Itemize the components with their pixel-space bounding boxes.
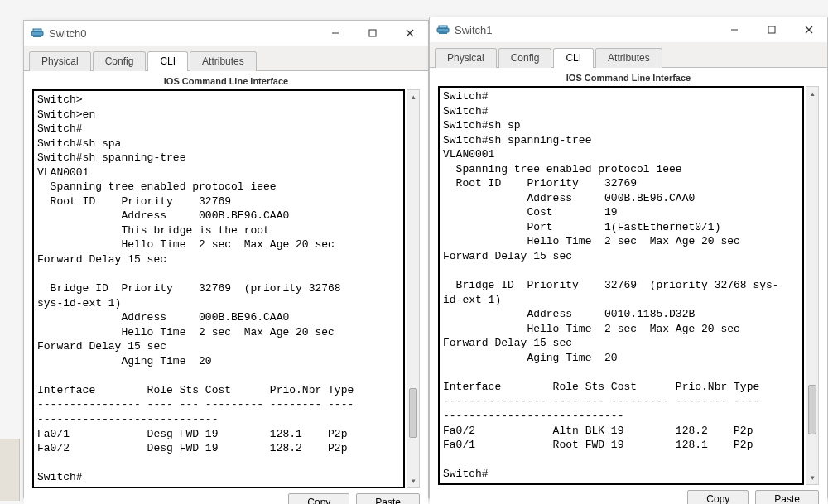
- minimize-button[interactable]: [316, 21, 354, 46]
- tab-cli[interactable]: CLI: [553, 48, 594, 68]
- window-switch1: Switch1 Physical Config CLI Attributes I…: [429, 17, 828, 498]
- titlebar[interactable]: Switch1: [430, 17, 827, 42]
- tab-physical[interactable]: Physical: [29, 51, 91, 71]
- scroll-up-icon[interactable]: ▴: [407, 90, 419, 103]
- svg-rect-2: [33, 36, 41, 37]
- svg-rect-8: [439, 26, 447, 28]
- close-button[interactable]: [391, 21, 428, 46]
- paste-button[interactable]: Paste: [755, 490, 819, 504]
- scroll-up-icon[interactable]: ▴: [806, 87, 818, 100]
- cli-subtitle: IOS Command Line Interface: [430, 68, 827, 86]
- window-title: Switch1: [455, 24, 493, 36]
- maximize-button[interactable]: [753, 17, 790, 42]
- scroll-down-icon[interactable]: ▾: [407, 474, 419, 487]
- app-icon: [31, 26, 44, 40]
- svg-rect-1: [33, 29, 41, 31]
- app-icon: [436, 23, 450, 36]
- copy-button[interactable]: Copy: [687, 490, 749, 504]
- tab-physical[interactable]: Physical: [435, 48, 497, 68]
- tabs-row: Physical Config CLI Attributes: [24, 46, 428, 71]
- svg-rect-11: [768, 26, 775, 33]
- cli-terminal[interactable]: Switch> Switch>en Switch# Switch#sh spa …: [32, 89, 405, 488]
- scroll-thumb[interactable]: [409, 388, 417, 438]
- tab-attributes[interactable]: Attributes: [190, 51, 257, 71]
- terminal-scrollbar[interactable]: ▴ ▾: [407, 89, 420, 488]
- tab-config[interactable]: Config: [498, 48, 552, 68]
- background-edge: [0, 439, 20, 501]
- terminal-scrollbar[interactable]: ▴ ▾: [806, 86, 819, 485]
- tabs-row: Physical Config CLI Attributes: [430, 42, 827, 68]
- svg-rect-4: [369, 30, 376, 36]
- window-switch0: Switch0 Physical Config CLI Attributes I…: [23, 20, 429, 498]
- titlebar[interactable]: Switch0: [24, 21, 428, 46]
- window-title: Switch0: [49, 27, 87, 40]
- tab-cli[interactable]: CLI: [147, 51, 188, 71]
- close-button[interactable]: [790, 17, 827, 42]
- copy-button[interactable]: Copy: [288, 493, 349, 504]
- scroll-down-icon[interactable]: ▾: [806, 471, 818, 484]
- maximize-button[interactable]: [354, 21, 391, 46]
- svg-rect-0: [31, 31, 43, 36]
- svg-rect-9: [439, 32, 447, 34]
- tab-config[interactable]: Config: [93, 51, 147, 71]
- tab-attributes[interactable]: Attributes: [595, 48, 662, 68]
- minimize-button[interactable]: [715, 17, 753, 42]
- scroll-thumb[interactable]: [808, 385, 816, 434]
- svg-rect-7: [437, 28, 449, 32]
- cli-subtitle: IOS Command Line Interface: [24, 71, 428, 89]
- paste-button[interactable]: Paste: [356, 493, 420, 504]
- cli-terminal[interactable]: Switch# Switch# Switch#sh sp Switch#sh s…: [438, 86, 804, 485]
